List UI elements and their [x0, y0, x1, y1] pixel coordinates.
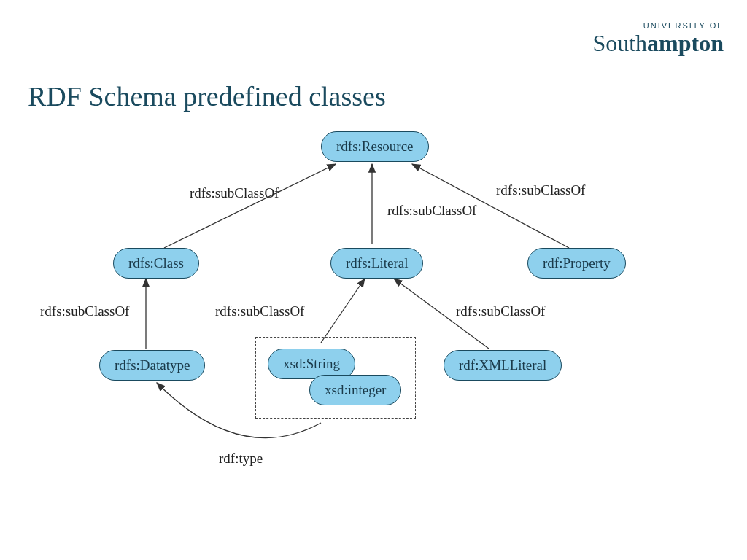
- node-datatype: rdfs:Datatype: [99, 350, 205, 381]
- node-literal: rdfs:Literal: [330, 248, 423, 279]
- svg-line-5: [321, 279, 365, 343]
- edge-label-subclassof-2: rdfs:subClassOf: [387, 203, 476, 219]
- node-resource: rdfs:Resource: [321, 131, 429, 162]
- edge-label-subclassof-6: rdfs:subClassOf: [456, 303, 545, 319]
- node-class: rdfs:Class: [113, 248, 199, 279]
- edge-label-subclassof-3: rdfs:subClassOf: [496, 182, 585, 198]
- slide-title: RDF Schema predefined classes: [28, 80, 386, 112]
- logo-main: Southampton: [592, 31, 724, 55]
- svg-line-1: [164, 164, 336, 248]
- university-logo: UNIVERSITY OF Southampton: [592, 22, 724, 55]
- logo-subtitle: UNIVERSITY OF: [592, 22, 724, 30]
- edge-label-subclassof-4: rdfs:subClassOf: [40, 303, 129, 319]
- edge-label-subclassof-1: rdfs:subClassOf: [190, 185, 279, 201]
- xsd-group-box: [255, 337, 416, 419]
- edge-label-subclassof-5: rdfs:subClassOf: [215, 303, 304, 319]
- edge-label-rdftype: rdf:type: [219, 451, 263, 467]
- node-property: rdf:Property: [527, 248, 626, 279]
- node-xml-literal: rdf:XMLLiteral: [444, 350, 562, 381]
